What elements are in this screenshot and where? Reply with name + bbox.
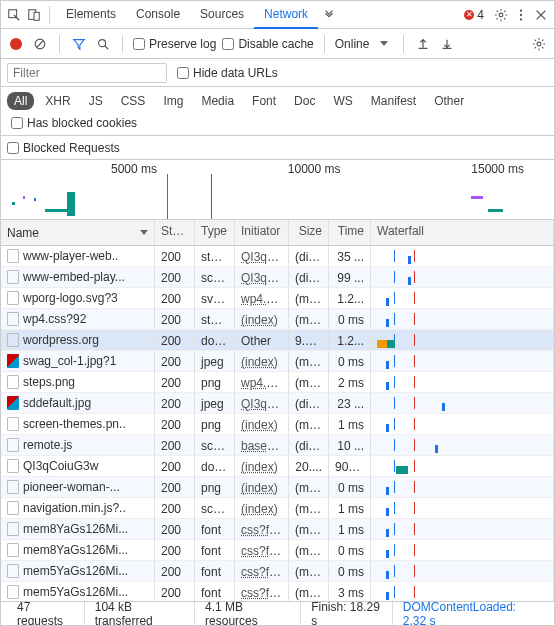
type-filter-manifest[interactable]: Manifest	[364, 92, 423, 110]
initiator-link[interactable]: QI3qCoi...	[241, 271, 289, 285]
request-name: pioneer-woman-...	[23, 480, 120, 494]
table-row[interactable]: pioneer-woman-...200png(index)(me...0 ms	[1, 477, 554, 498]
more-tabs-icon[interactable]	[320, 6, 338, 24]
initiator-link[interactable]: css?fami...	[241, 565, 289, 579]
tab-elements[interactable]: Elements	[56, 1, 126, 29]
search-icon[interactable]	[94, 35, 112, 53]
file-icon	[7, 501, 19, 515]
blocked-cookies-checkbox[interactable]: Has blocked cookies	[11, 116, 137, 130]
tab-network[interactable]: Network	[254, 1, 318, 29]
type-filter-bar: AllXHRJSCSSImgMediaFontDocWSManifestOthe…	[1, 87, 554, 136]
initiator-link[interactable]: (index)	[241, 355, 278, 369]
request-table: www-player-web..200styl...QI3qCoi...(dis…	[1, 246, 554, 601]
table-row[interactable]: wordpress.org200doc...Other9.0 ...1.2...	[1, 330, 554, 351]
kebab-icon[interactable]	[512, 6, 530, 24]
waterfall-bar	[377, 271, 547, 283]
col-waterfall-header[interactable]: Waterfall	[371, 220, 554, 245]
table-row[interactable]: steps.png200pngwp4.css?...(me...2 ms	[1, 372, 554, 393]
file-icon	[7, 417, 19, 431]
error-badge[interactable]: ✕4	[464, 8, 484, 22]
record-icon[interactable]	[7, 35, 25, 53]
disable-cache-checkbox[interactable]: Disable cache	[222, 37, 313, 51]
table-row[interactable]: mem5YaGs126Mi...200fontcss?fami...(me...…	[1, 582, 554, 601]
tab-sources[interactable]: Sources	[190, 1, 254, 29]
initiator-link[interactable]: base.js:3...	[241, 439, 289, 453]
blocked-requests-row: Blocked Requests	[1, 136, 554, 160]
filter-icon[interactable]	[70, 35, 88, 53]
timeline-overview[interactable]: 5000 ms 10000 ms 15000 ms	[1, 160, 554, 220]
upload-icon[interactable]	[414, 35, 432, 53]
table-row[interactable]: www-player-web..200styl...QI3qCoi...(dis…	[1, 246, 554, 267]
initiator-link[interactable]: css?fami...	[241, 523, 289, 537]
table-row[interactable]: QI3qCoiuG3w200doc...(index)20....907...	[1, 456, 554, 477]
type-filter-img[interactable]: Img	[156, 92, 190, 110]
type-filter-other[interactable]: Other	[427, 92, 471, 110]
tab-console[interactable]: Console	[126, 1, 190, 29]
initiator-link[interactable]: (index)	[241, 313, 278, 327]
initiator-link[interactable]: css?fami...	[241, 586, 289, 600]
hide-data-urls-checkbox[interactable]: Hide data URLs	[177, 66, 278, 80]
throttling-select[interactable]: Online	[335, 37, 370, 51]
request-name: remote.js	[23, 438, 72, 452]
table-row[interactable]: www-embed-play...200scriptQI3qCoi...(dis…	[1, 267, 554, 288]
table-row[interactable]: remote.js200scriptbase.js:3...(dis...10 …	[1, 435, 554, 456]
table-row[interactable]: swag_col-1.jpg?1200jpeg(index)(me...0 ms	[1, 351, 554, 372]
type-filter-js[interactable]: JS	[82, 92, 110, 110]
initiator-link[interactable]: wp4.css?...	[241, 292, 289, 306]
inspect-icon[interactable]	[5, 6, 23, 24]
type-filter-doc[interactable]: Doc	[287, 92, 322, 110]
table-row[interactable]: screen-themes.pn..200png(index)(me...1 m…	[1, 414, 554, 435]
device-icon[interactable]	[25, 6, 43, 24]
file-icon	[7, 249, 19, 263]
waterfall-bar	[377, 355, 547, 367]
initiator-link[interactable]: (index)	[241, 481, 278, 495]
col-type-header[interactable]: Type	[195, 220, 235, 245]
file-icon	[7, 522, 19, 536]
filter-bar: Hide data URLs	[1, 59, 554, 87]
initiator-link[interactable]: (index)	[241, 502, 278, 516]
sort-caret-icon	[140, 230, 148, 235]
initiator-link[interactable]: css?fami...	[241, 544, 289, 558]
col-time-header[interactable]: Time	[329, 220, 371, 245]
table-row[interactable]: wp4.css?92200styl...(index)(me...0 ms	[1, 309, 554, 330]
table-row[interactable]: wporg-logo.svg?3200svg...wp4.css?...(me.…	[1, 288, 554, 309]
download-icon[interactable]	[438, 35, 456, 53]
initiator-link[interactable]: QI3qCoi...	[241, 250, 289, 264]
settings-icon[interactable]	[530, 35, 548, 53]
type-filter-css[interactable]: CSS	[114, 92, 153, 110]
type-filter-media[interactable]: Media	[194, 92, 241, 110]
waterfall-bar	[377, 544, 547, 556]
type-filter-font[interactable]: Font	[245, 92, 283, 110]
request-name: mem5YaGs126Mi...	[23, 585, 128, 599]
request-name: www-embed-play...	[23, 270, 125, 284]
table-row[interactable]: sddefault.jpg200jpegQI3qCoi...(dis...23 …	[1, 393, 554, 414]
file-icon	[7, 459, 19, 473]
initiator-link[interactable]: wp4.css?...	[241, 376, 289, 390]
close-icon[interactable]	[532, 6, 550, 24]
type-filter-ws[interactable]: WS	[326, 92, 359, 110]
preserve-log-checkbox[interactable]: Preserve log	[133, 37, 216, 51]
waterfall-bar	[377, 292, 547, 304]
file-icon	[7, 333, 19, 347]
gear-icon[interactable]	[492, 6, 510, 24]
initiator-link[interactable]: (index)	[241, 418, 278, 432]
svg-point-9	[537, 42, 541, 46]
throttling-caret-icon[interactable]	[375, 35, 393, 53]
initiator-link[interactable]: QI3qCoi...	[241, 397, 289, 411]
type-filter-all[interactable]: All	[7, 92, 34, 110]
table-row[interactable]: mem8YaGs126Mi...200fontcss?fami...(me...…	[1, 519, 554, 540]
blocked-requests-checkbox[interactable]: Blocked Requests	[7, 141, 120, 155]
clear-icon[interactable]	[31, 35, 49, 53]
table-row[interactable]: mem5YaGs126Mi...200fontcss?fami...(me...…	[1, 561, 554, 582]
col-size-header[interactable]: Size	[289, 220, 329, 245]
col-name-header[interactable]: Name	[1, 220, 155, 245]
waterfall-bar	[377, 502, 547, 514]
table-row[interactable]: mem8YaGs126Mi...200fontcss?fami...(me...…	[1, 540, 554, 561]
table-row[interactable]: navigation.min.js?..200script(index)(me.…	[1, 498, 554, 519]
col-initiator-header[interactable]: Initiator	[235, 220, 289, 245]
status-bar: 47 requests 104 kB transferred 4.1 MB re…	[1, 601, 554, 625]
col-status-header[interactable]: Stat...	[155, 220, 195, 245]
filter-input[interactable]	[7, 63, 167, 83]
initiator-link[interactable]: (index)	[241, 460, 278, 474]
type-filter-xhr[interactable]: XHR	[38, 92, 77, 110]
